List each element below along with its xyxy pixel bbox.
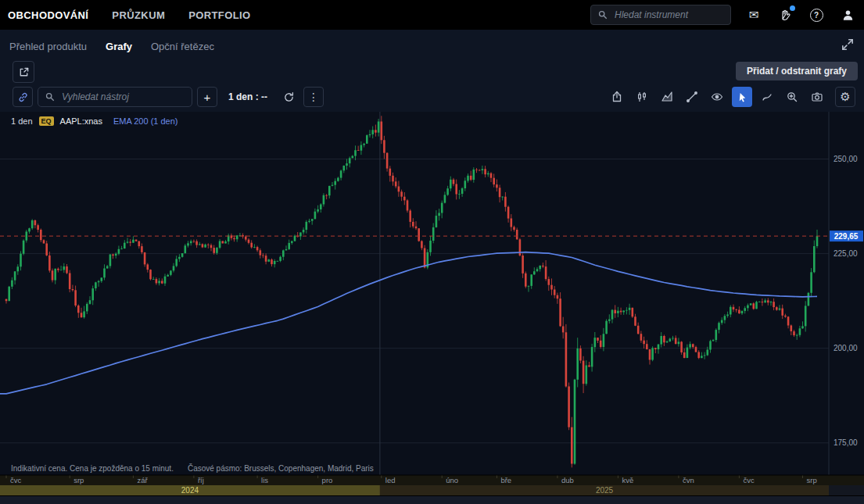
person-icon (841, 9, 855, 22)
interval-selector[interactable]: 1 den : -- (222, 91, 274, 102)
svg-text:led: led (385, 476, 396, 484)
refresh-button[interactable] (278, 87, 299, 107)
svg-text:pro: pro (322, 476, 333, 484)
nav-portfolio[interactable]: PORTFOLIO (188, 9, 250, 21)
legend-symbol[interactable]: AAPL:xnas (60, 116, 102, 126)
support-icon[interactable] (776, 6, 794, 23)
trend-line-icon (686, 91, 698, 103)
nav-trading[interactable]: OBCHODOVÁNÍ (8, 9, 88, 21)
svg-text:200,00: 200,00 (834, 344, 858, 352)
svg-text:175,00: 175,00 (834, 438, 858, 447)
svg-text:lis: lis (261, 476, 268, 484)
svg-text:zář: zář (137, 476, 148, 484)
open-in-new-window-button[interactable] (13, 61, 34, 83)
svg-text:srp: srp (73, 476, 84, 484)
svg-text:říj: říj (198, 476, 204, 484)
price-chart[interactable]: 229,65250,00225,00200,00175,00čvcsrpzářř… (0, 112, 864, 495)
search-icon (597, 9, 608, 20)
svg-text:229,65: 229,65 (834, 232, 859, 241)
chart-menu-button[interactable]: ⋮ (303, 87, 324, 107)
refresh-icon (283, 91, 295, 103)
external-link-icon (18, 66, 30, 78)
link-icon (17, 91, 29, 103)
expand-icon (841, 38, 855, 52)
snapshot-button[interactable] (807, 87, 827, 107)
chart-instrument-search-input[interactable] (60, 91, 185, 103)
hand-icon (779, 9, 791, 21)
svg-text:čvc: čvc (743, 476, 755, 484)
tab-product-overview[interactable]: Přehled produktu (9, 41, 87, 52)
visibility-button[interactable] (707, 87, 727, 107)
chart-toolbar-left: + 1 den : -- ⋮ (13, 87, 324, 107)
export-button[interactable] (607, 87, 627, 107)
timezone-note: Časové pásmo: Brussels, Copenhagen, Madr… (188, 464, 374, 473)
chart-legend: 1 den EQ AAPL:xnas EMA 200 (1 den) (11, 116, 178, 126)
chart-instrument-search[interactable] (38, 87, 192, 107)
legend-ema-indicator[interactable]: EMA 200 (1 den) (113, 116, 178, 126)
chart-toolbar: + 1 den : -- ⋮ (0, 87, 864, 107)
svg-text:225,00: 225,00 (834, 249, 858, 258)
chart-type-candles-button[interactable] (632, 87, 652, 107)
candlestick-icon (636, 91, 648, 103)
account-icon[interactable] (839, 6, 856, 23)
add-instrument-button[interactable]: + (197, 87, 217, 107)
freehand-draw-icon (761, 91, 773, 103)
svg-text:čvn: čvn (683, 476, 694, 484)
trading-app: OBCHODOVÁNÍ PRŮZKUM PORTFOLIO ✉ ? Přehle… (0, 0, 864, 504)
area-chart-icon (661, 91, 673, 103)
question-mark-icon: ? (810, 9, 823, 22)
gear-icon: ⚙ (840, 90, 850, 104)
module-tabs: Přehled produktu Grafy Opční řetězec (0, 35, 864, 57)
delayed-price-note: Indikativní cena. Cena je zpožděna o 15 … (11, 464, 174, 473)
help-icon[interactable]: ? (808, 6, 825, 23)
fullscreen-button[interactable] (841, 38, 855, 52)
add-remove-charts-button[interactable]: Přidat / odstranit grafy (736, 62, 858, 80)
nav-research[interactable]: PRŮZKUM (112, 9, 165, 21)
svg-text:dub: dub (561, 476, 574, 484)
svg-text:srp: srp (807, 476, 817, 484)
equity-badge: EQ (39, 116, 54, 126)
instrument-search-input[interactable] (613, 9, 724, 21)
pointer-tool-button[interactable] (732, 87, 752, 107)
svg-text:2025: 2025 (596, 486, 614, 495)
svg-text:250,00: 250,00 (834, 155, 858, 163)
instrument-search[interactable] (590, 5, 731, 25)
top-navigation-bar: OBCHODOVÁNÍ PRŮZKUM PORTFOLIO ✉ ? (0, 0, 864, 30)
zoom-tool-button[interactable] (782, 87, 802, 107)
share-icon (611, 91, 623, 103)
legend-interval: 1 den (11, 116, 33, 126)
camera-icon (811, 91, 823, 103)
main-nav: OBCHODOVÁNÍ PRŮZKUM PORTFOLIO (8, 9, 251, 21)
chart-action-row: Přidat / odstranit grafy (0, 61, 864, 81)
chart-footnotes: Indikativní cena. Cena je zpožděna o 15 … (11, 464, 374, 473)
svg-text:2024: 2024 (181, 486, 199, 495)
notification-dot (790, 5, 795, 11)
svg-text:čvc: čvc (10, 476, 22, 484)
topbar-right-cluster: ✉ ? (590, 5, 856, 25)
svg-text:bře: bře (500, 476, 511, 484)
chart-toolbar-right: ⚙ (607, 87, 855, 107)
tab-charts[interactable]: Grafy (106, 41, 132, 52)
search-icon (45, 91, 56, 102)
collapsed-bottom-panel[interactable] (0, 495, 864, 504)
chart-settings-button[interactable]: ⚙ (835, 87, 855, 107)
chart-type-area-button[interactable] (657, 87, 677, 107)
kebab-icon: ⋮ (308, 91, 319, 103)
link-charts-button[interactable] (13, 87, 33, 107)
zoom-icon (786, 91, 798, 103)
draw-tool-button[interactable] (757, 87, 777, 107)
eye-icon (711, 91, 723, 103)
plus-icon: + (204, 91, 211, 104)
tab-option-chain[interactable]: Opční řetězec (151, 41, 214, 52)
svg-text:kvě: kvě (622, 476, 633, 484)
trend-line-button[interactable] (682, 87, 702, 107)
cursor-icon (737, 91, 748, 103)
messages-icon[interactable]: ✉ (745, 6, 762, 23)
svg-text:úno: úno (446, 476, 458, 484)
